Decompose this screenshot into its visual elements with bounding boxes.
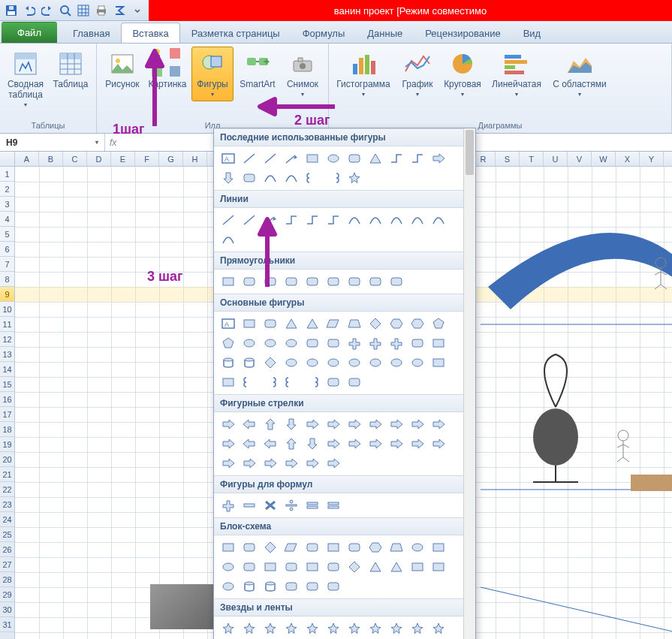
row-header[interactable]: 11 bbox=[0, 317, 14, 332]
sum-icon[interactable] bbox=[111, 2, 128, 19]
shape-hex[interactable] bbox=[408, 315, 427, 333]
qat-dropdown-icon[interactable] bbox=[129, 2, 146, 19]
shape-rightarrow[interactable] bbox=[429, 435, 448, 453]
row-header[interactable]: 16 bbox=[0, 392, 14, 407]
column-header[interactable]: F bbox=[135, 152, 159, 166]
row-header[interactable]: 2 bbox=[0, 182, 14, 197]
clipart-button[interactable]: Картинка bbox=[146, 47, 188, 93]
shape-rect[interactable] bbox=[218, 373, 238, 391]
print-preview-icon[interactable] bbox=[57, 2, 74, 19]
shape-minus[interactable] bbox=[240, 496, 259, 514]
inserted-image[interactable] bbox=[150, 584, 218, 629]
shape-rect[interactable] bbox=[218, 538, 238, 556]
shape-triangle[interactable] bbox=[303, 315, 322, 333]
shape-roundrect[interactable] bbox=[366, 273, 385, 291]
column-header[interactable]: D bbox=[87, 152, 111, 166]
column-chart-button[interactable]: Гистограмма ▾ bbox=[333, 47, 393, 101]
shape-roundrect[interactable] bbox=[345, 538, 364, 556]
smartart-button[interactable]: SmartArt bbox=[237, 47, 279, 93]
shape-line[interactable] bbox=[240, 149, 259, 167]
column-header[interactable]: C bbox=[63, 152, 87, 166]
shape-brace[interactable] bbox=[261, 373, 280, 391]
shape-star[interactable] bbox=[218, 619, 238, 637]
row-header[interactable]: 21 bbox=[0, 467, 14, 482]
shape-rightarrow[interactable] bbox=[240, 454, 259, 472]
line-chart-button[interactable]: График ▾ bbox=[396, 47, 438, 101]
shape-roundrect[interactable] bbox=[324, 334, 343, 352]
shape-oval[interactable] bbox=[324, 354, 343, 372]
shape-rightarrow[interactable] bbox=[429, 415, 448, 433]
column-header[interactable]: Y bbox=[640, 152, 664, 166]
shape-roundrect[interactable] bbox=[324, 558, 343, 576]
shape-rightarrow[interactable] bbox=[345, 415, 364, 433]
shape-roundrect[interactable] bbox=[261, 315, 280, 333]
shape-textbox[interactable]: A bbox=[218, 315, 238, 333]
shape-leftarrow[interactable] bbox=[240, 415, 259, 433]
row-header[interactable]: 29 bbox=[0, 587, 14, 602]
panel-scrollbar[interactable] bbox=[463, 128, 475, 639]
shape-star[interactable] bbox=[261, 619, 280, 637]
row-header[interactable]: 7 bbox=[0, 257, 14, 272]
shape-oval[interactable] bbox=[345, 354, 364, 372]
shape-curve[interactable] bbox=[366, 211, 385, 229]
shape-cylinder[interactable] bbox=[240, 577, 259, 595]
shape-roundrect[interactable] bbox=[387, 273, 406, 291]
shape-star[interactable] bbox=[324, 619, 343, 637]
column-header[interactable]: U bbox=[544, 152, 568, 166]
shape-roundrect[interactable] bbox=[282, 558, 301, 576]
tab-view[interactable]: Вид bbox=[512, 23, 553, 43]
row-header[interactable]: 8 bbox=[0, 272, 14, 287]
shape-rightarrow[interactable] bbox=[366, 435, 385, 453]
bar-chart-button[interactable]: Линейчатая ▾ bbox=[487, 47, 547, 101]
shape-equals[interactable] bbox=[324, 496, 343, 514]
shape-parallelogram[interactable] bbox=[324, 315, 343, 333]
shape-roundrect[interactable] bbox=[324, 373, 343, 391]
shape-roundrect[interactable] bbox=[324, 273, 343, 291]
tab-insert[interactable]: Вставка bbox=[121, 23, 179, 43]
shape-rect[interactable] bbox=[429, 334, 448, 352]
column-header[interactable]: B bbox=[39, 152, 63, 166]
shape-roundrect[interactable] bbox=[345, 373, 364, 391]
shape-roundrect[interactable] bbox=[282, 273, 301, 291]
row-header[interactable]: 26 bbox=[0, 542, 14, 557]
shape-roundrect[interactable] bbox=[303, 577, 322, 595]
shape-hex[interactable] bbox=[387, 315, 406, 333]
shape-curve[interactable] bbox=[345, 211, 364, 229]
shape-roundrect[interactable] bbox=[240, 538, 259, 556]
table-icon[interactable] bbox=[75, 2, 92, 19]
row-header[interactable]: 4 bbox=[0, 212, 14, 227]
column-header[interactable]: X bbox=[616, 152, 640, 166]
shape-star[interactable] bbox=[345, 169, 364, 187]
shape-rect[interactable] bbox=[429, 354, 448, 372]
redo-icon[interactable] bbox=[39, 2, 56, 19]
shape-triangle[interactable] bbox=[366, 558, 385, 576]
shape-roundrect[interactable] bbox=[303, 334, 322, 352]
shape-brace[interactable] bbox=[324, 169, 343, 187]
pivot-table-button[interactable]: Сводная таблица ▾ bbox=[5, 47, 47, 112]
table-button[interactable]: Таблица bbox=[50, 47, 92, 93]
row-header[interactable]: 9 bbox=[0, 287, 14, 302]
shape-leftarrow[interactable] bbox=[240, 435, 259, 453]
shape-oval[interactable] bbox=[261, 334, 280, 352]
screenshot-button[interactable]: Снимок ▾ bbox=[282, 47, 324, 101]
shape-roundrect[interactable] bbox=[408, 334, 427, 352]
column-header[interactable]: E bbox=[111, 152, 135, 166]
row-header[interactable]: 18 bbox=[0, 422, 14, 437]
tab-data[interactable]: Данные bbox=[356, 23, 414, 43]
shape-oval[interactable] bbox=[387, 354, 406, 372]
shape-star[interactable] bbox=[303, 619, 322, 637]
shape-triangle[interactable] bbox=[366, 149, 385, 167]
shape-rightarrow[interactable] bbox=[282, 454, 301, 472]
shape-star[interactable] bbox=[429, 619, 448, 637]
shape-triangle[interactable] bbox=[282, 315, 301, 333]
row-header[interactable]: 30 bbox=[0, 602, 14, 617]
area-chart-button[interactable]: С областями ▾ bbox=[550, 47, 610, 101]
tab-file[interactable]: Файл bbox=[2, 22, 57, 43]
shape-uparrow[interactable] bbox=[282, 435, 301, 453]
row-header[interactable]: 25 bbox=[0, 527, 14, 542]
shape-oval[interactable] bbox=[282, 334, 301, 352]
shape-cylinder[interactable] bbox=[218, 354, 238, 372]
shape-curve[interactable] bbox=[429, 211, 448, 229]
shape-elbow[interactable] bbox=[387, 149, 406, 167]
row-header[interactable]: 27 bbox=[0, 557, 14, 572]
